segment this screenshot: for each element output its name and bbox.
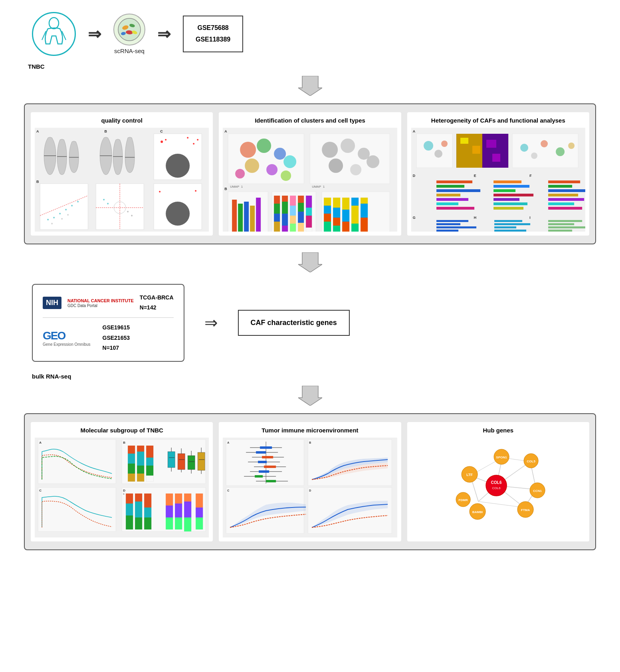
svg-point-29 xyxy=(71,205,73,206)
svg-rect-217 xyxy=(135,502,142,517)
svg-rect-180 xyxy=(128,464,135,474)
down-arrow-3 xyxy=(24,386,596,407)
svg-rect-189 xyxy=(146,458,153,466)
svg-point-61 xyxy=(350,164,361,175)
svg-point-54 xyxy=(281,170,291,181)
clusters-visualization: A UMAP_1 xyxy=(223,128,397,232)
svg-rect-221 xyxy=(144,507,151,517)
svg-point-50 xyxy=(245,159,259,173)
svg-point-43 xyxy=(166,202,190,226)
svg-point-51 xyxy=(266,164,277,175)
svg-rect-157 xyxy=(436,223,460,225)
svg-rect-69 xyxy=(256,198,261,232)
svg-rect-135 xyxy=(436,180,472,183)
svg-point-41 xyxy=(127,211,129,212)
svg-rect-246 xyxy=(256,451,266,454)
svg-rect-163 xyxy=(494,226,516,228)
svg-rect-227 xyxy=(166,517,173,529)
svg-rect-161 xyxy=(494,220,522,222)
svg-point-40 xyxy=(107,203,109,204)
svg-rect-146 xyxy=(493,198,519,201)
svg-rect-138 xyxy=(436,194,460,196)
svg-rect-234 xyxy=(184,502,191,517)
svg-rect-80 xyxy=(282,226,288,232)
svg-point-18 xyxy=(160,141,163,143)
svg-rect-229 xyxy=(175,494,182,504)
svg-rect-150 xyxy=(548,185,572,188)
svg-rect-65 xyxy=(232,200,237,232)
svg-text:C: C xyxy=(227,489,229,492)
svg-rect-144 xyxy=(493,189,515,192)
svg-point-60 xyxy=(329,159,343,173)
svg-point-133 xyxy=(556,147,565,156)
svg-point-130 xyxy=(520,144,528,152)
svg-rect-226 xyxy=(166,505,173,517)
geo-logo: GEO xyxy=(43,329,91,342)
svg-rect-94 xyxy=(306,216,312,228)
svg-rect-107 xyxy=(342,198,349,210)
svg-rect-209 xyxy=(122,488,206,531)
svg-text:B: B xyxy=(123,441,125,444)
svg-rect-142 xyxy=(493,180,521,183)
svg-rect-111 xyxy=(351,198,359,206)
gse-datasets-box: GSE75688 GSE118389 xyxy=(183,16,243,52)
svg-rect-190 xyxy=(146,466,153,476)
svg-rect-151 xyxy=(548,189,585,192)
svg-rect-98 xyxy=(324,206,331,214)
top-section: ⇒ scRNA-seq ⇒ xyxy=(32,12,243,56)
svg-rect-67 xyxy=(244,202,249,232)
svg-rect-137 xyxy=(436,189,480,192)
molecular-panel: Molecular subgroup of TNBC A B xyxy=(31,422,213,541)
svg-text:FTMA: FTMA xyxy=(521,508,530,512)
molecular-panel-title: Molecular subgroup of TNBC xyxy=(35,426,209,434)
nih-row: NIH NATIONAL CANCER INSTITUTE GDC Data P… xyxy=(43,293,174,313)
svg-point-131 xyxy=(531,153,537,159)
svg-rect-100 xyxy=(324,222,331,232)
svg-point-19 xyxy=(197,139,198,141)
svg-rect-99 xyxy=(324,214,331,222)
svg-rect-167 xyxy=(548,223,574,225)
svg-rect-139 xyxy=(436,198,468,201)
svg-rect-136 xyxy=(436,185,464,188)
clusters-panel-title: Identification of clusters and cell type… xyxy=(223,116,397,125)
analysis-panels-box: quality control A B C xyxy=(24,103,596,244)
svg-rect-183 xyxy=(137,446,144,452)
svg-text:UMAP_1: UMAP_1 xyxy=(312,185,325,188)
svg-rect-254 xyxy=(259,470,269,473)
svg-text:SPON1: SPON1 xyxy=(496,456,507,459)
svg-rect-66 xyxy=(238,204,243,232)
hub-genes-panel-title: Hub genes xyxy=(411,426,585,434)
bacteria-icon xyxy=(113,14,145,46)
svg-rect-244 xyxy=(260,446,272,449)
immune-panel: Tumor immune microenvironment A xyxy=(219,422,401,541)
svg-point-58 xyxy=(341,139,355,153)
geo-full: Gene Expression Omnibus xyxy=(43,342,91,347)
qc-visualization: A B C xyxy=(35,128,209,232)
svg-rect-184 xyxy=(137,452,144,466)
caf-genes-label: CAF characteristic genes xyxy=(251,319,337,327)
svg-text:FDMR: FDMR xyxy=(458,498,467,502)
svg-point-132 xyxy=(541,140,548,147)
svg-rect-126 xyxy=(472,146,480,154)
svg-point-47 xyxy=(240,142,256,158)
svg-rect-125 xyxy=(460,138,468,144)
svg-point-31 xyxy=(51,223,53,224)
n2-label: N=107 xyxy=(103,343,130,353)
svg-rect-168 xyxy=(548,226,585,228)
svg-rect-117 xyxy=(361,218,368,232)
svg-rect-181 xyxy=(128,474,135,482)
svg-rect-93 xyxy=(306,208,312,216)
svg-point-278 xyxy=(486,475,507,496)
svg-rect-23 xyxy=(40,184,88,230)
svg-point-120 xyxy=(434,150,442,158)
svg-rect-115 xyxy=(361,198,368,204)
svg-rect-214 xyxy=(126,515,133,529)
svg-marker-171 xyxy=(298,252,322,272)
molecular-visualization: A B xyxy=(35,438,209,537)
svg-point-17 xyxy=(166,154,190,178)
svg-rect-156 xyxy=(436,220,468,222)
svg-rect-75 xyxy=(274,222,280,232)
qc-panel: quality control A B C xyxy=(31,112,213,236)
svg-rect-73 xyxy=(274,204,280,214)
gse-geo2: GSE21653 xyxy=(103,333,130,343)
